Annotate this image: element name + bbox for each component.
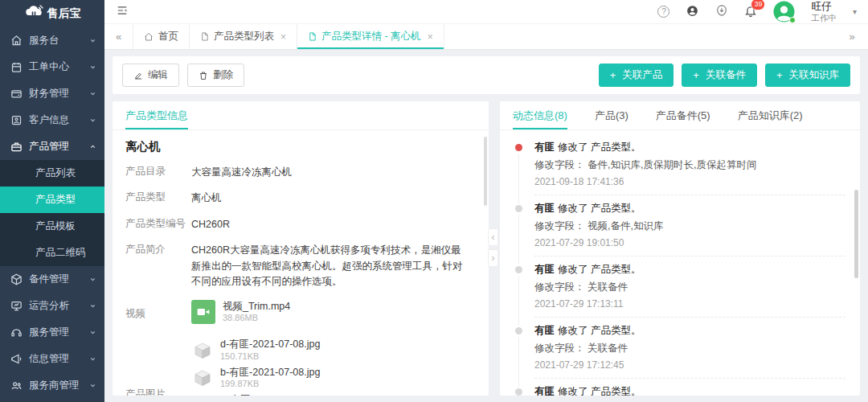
field-label: 产品目录	[125, 165, 191, 180]
sidebar-item-product-template[interactable]: 产品模板	[0, 213, 104, 240]
timestamp: 2021-07-29 19:01:50	[534, 237, 845, 248]
sidebar-item-label: 服务商管理	[29, 379, 80, 392]
image-attachment[interactable]: A-有匪-2021-07-08.jpg 153.42KB	[191, 394, 321, 396]
app-logo[interactable]: 售后宝	[0, 0, 104, 27]
activity-tabs: 动态信息(8) 产品(3) 产品备件(5) 产品知识库(2)	[500, 101, 860, 130]
field-label: 产品图片	[125, 388, 191, 396]
main-area: 39 旺仔 工作中 首页 产品类型列表	[104, 0, 868, 402]
sidebar-item-label: 信息管理	[29, 352, 69, 366]
edit-button-label: 编辑	[148, 68, 168, 82]
sidebar-submenu-products: 产品列表 产品类型 产品模板 产品二维码	[0, 160, 104, 266]
notification-badge: 39	[751, 0, 765, 10]
plus-icon	[610, 69, 618, 81]
tab-product-parts[interactable]: 产品备件(5)	[656, 101, 710, 129]
sidebar-item-label: 财务管理	[29, 87, 69, 100]
sidebar-item-label: 备件管理	[29, 273, 69, 286]
file-name: A-有匪-2021-07-08.jpg	[220, 394, 321, 396]
sidebar-item-provider-mgmt[interactable]: 服务商管理	[0, 372, 104, 399]
activity-panel: 动态信息(8) 产品(3) 产品备件(5) 产品知识库(2) 有匪修改了 产品类…	[500, 101, 860, 396]
tab-home[interactable]: 首页	[133, 24, 190, 49]
action-text: 修改了 产品类型。	[558, 386, 641, 396]
timestamp: 2021-07-29 17:12:45	[534, 359, 845, 371]
chevron-down-icon	[89, 329, 96, 336]
sidebar-item-product-qrcode[interactable]: 产品二维码	[0, 240, 104, 266]
timeline-entry: 有匪修改了 产品类型。 修改字段： 视频,备件,知识库 2021-07-29 1…	[514, 202, 845, 256]
sidebar-item-service-mgmt[interactable]: 服务管理	[0, 319, 104, 346]
link-kb-button[interactable]: 关联知识库	[765, 64, 850, 87]
sidebar-item-label: 运营分析	[29, 299, 69, 313]
collapse-left-handle[interactable]	[488, 228, 498, 246]
sidebar-item-analytics[interactable]: 运营分析	[0, 293, 104, 319]
sidebar-item-product-type[interactable]: 产品类型	[0, 187, 104, 213]
user-status: 工作中	[811, 13, 837, 23]
product-title: 离心机	[125, 139, 476, 154]
sidebar-item-product-list[interactable]: 产品列表	[0, 160, 104, 187]
edit-button[interactable]: 编辑	[122, 64, 179, 87]
chevron-down-icon	[89, 117, 96, 124]
topbar: 39 旺仔 工作中	[104, 0, 868, 24]
delete-button[interactable]: 删除	[187, 64, 244, 87]
actor-name: 有匪	[534, 142, 555, 153]
notifications-bell-icon[interactable]: 39	[744, 4, 757, 20]
sidebar-item-label: 产品二维码	[35, 246, 86, 260]
link-product-button[interactable]: 关联产品	[599, 64, 674, 87]
help-icon[interactable]	[657, 6, 669, 18]
caret-down-icon[interactable]	[853, 7, 857, 16]
tab-product-kb[interactable]: 产品知识库(2)	[738, 101, 803, 129]
sidebar-item-products[interactable]: 产品管理	[0, 133, 104, 160]
sidebar-item-label: 服务台	[29, 34, 59, 47]
user-name: 旺仔	[811, 1, 837, 13]
file-icon	[200, 31, 209, 42]
timeline-dot	[515, 327, 522, 334]
avatar[interactable]	[773, 1, 795, 23]
tabs-scroll-right-icon[interactable]	[836, 24, 868, 49]
tab-product-type-info[interactable]: 产品类型信息	[125, 101, 188, 129]
menu-fold-icon[interactable]	[116, 5, 129, 18]
sidebar-item-spare-parts[interactable]: 备件管理	[0, 266, 104, 293]
edit-icon	[133, 71, 143, 80]
plus-icon	[776, 69, 784, 81]
tab-product-type-list[interactable]: 产品类型列表	[190, 24, 297, 49]
product-info-panel: 产品类型信息 离心机 产品目录 大容量高速冷冻离心机 产品类型 离心机	[113, 101, 489, 396]
tab-label: 产品类型列表	[214, 30, 274, 43]
product-info-tabs: 产品类型信息	[113, 101, 489, 130]
action-toolbar: 编辑 删除 关联产品 关联备件 关联知识库	[113, 56, 860, 94]
images-field-row: 产品图片 d-有匪-2021-07-08.jpg 150.71KB	[125, 338, 476, 396]
customer-service-icon[interactable]	[686, 4, 699, 20]
field-row: 产品目录 大容量高速冷冻离心机	[125, 165, 476, 180]
download-icon[interactable]	[715, 4, 728, 19]
sidebar-item-label: 客户信息	[29, 113, 69, 127]
user-meta[interactable]: 旺仔 工作中	[811, 1, 837, 23]
close-icon[interactable]	[428, 31, 433, 43]
right-panel-scrollbar[interactable]	[854, 190, 858, 278]
monitor-icon	[10, 300, 23, 312]
sidebar-item-finance[interactable]: 财务管理	[0, 80, 104, 107]
tab-products[interactable]: 产品(3)	[595, 101, 628, 129]
action-text: 修改了 产品类型。	[558, 142, 641, 153]
sidebar-item-info-mgmt[interactable]: 信息管理	[0, 346, 104, 372]
actor-name: 有匪	[534, 264, 555, 275]
activity-timeline: 有匪修改了 产品类型。 修改字段： 备件,知识库,质保期时长,质保起算时间 20…	[500, 130, 860, 396]
tabs-scroll-left-icon[interactable]	[104, 24, 133, 49]
home-icon	[144, 32, 154, 42]
sidebar-item-label: 产品模板	[35, 219, 76, 233]
image-thumbnail	[191, 367, 213, 389]
video-attachment[interactable]: 视频_Trim.mp4 38.86MB	[191, 300, 290, 324]
chevron-down-icon	[89, 37, 96, 44]
image-attachment[interactable]: b-有匪-2021-07-08.jpg 199.87KB	[191, 367, 321, 390]
image-attachment[interactable]: d-有匪-2021-07-08.jpg 150.71KB	[191, 338, 321, 362]
sidebar-item-work-orders[interactable]: 工单中心	[0, 54, 104, 80]
link-part-button[interactable]: 关联备件	[682, 64, 757, 87]
actor-name: 有匪	[534, 386, 555, 396]
file-icon	[308, 31, 317, 42]
close-icon[interactable]	[280, 31, 286, 43]
tab-product-type-detail[interactable]: 产品类型详情 - 离心机	[297, 24, 444, 49]
collapse-right-handle[interactable]	[488, 249, 498, 267]
tab-activity[interactable]: 动态信息(8)	[513, 101, 567, 129]
image-thumbnail	[191, 395, 213, 396]
sidebar-item-service-desk[interactable]: 服务台	[0, 27, 104, 54]
changed-fields: 修改字段： 视频,备件,知识库	[534, 219, 845, 233]
sidebar-item-customers[interactable]: 客户信息	[0, 107, 104, 133]
field-label: 视频	[125, 307, 191, 321]
left-panel-scrollbar[interactable]	[484, 137, 487, 206]
